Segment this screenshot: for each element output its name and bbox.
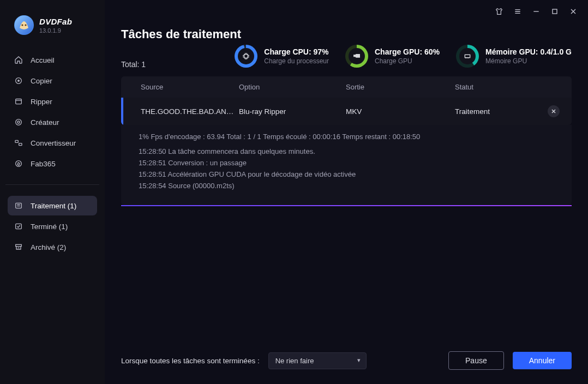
nav-ripper[interactable]: Ripper: [8, 92, 97, 111]
app-logo-icon: [14, 15, 34, 35]
after-tasks-label: Lorsque toutes les tâches sont terminées…: [121, 357, 260, 365]
nav-archive[interactable]: Archivé (2): [8, 237, 97, 257]
remove-task-button[interactable]: [548, 105, 560, 117]
log-line: 15:28:51 Conversion : un passage: [139, 159, 554, 167]
cpu-ring-icon: [235, 45, 257, 68]
metrics-row: Total: 1 Charge CPU: 97% Charge du proce…: [105, 45, 588, 76]
nav-fab365[interactable]: Fab365: [8, 154, 97, 173]
check-icon: [14, 222, 23, 231]
disc-icon: [14, 118, 23, 127]
nav-accueil[interactable]: Accueil: [8, 50, 97, 70]
svg-rect-16: [465, 55, 470, 57]
svg-point-1: [21, 24, 23, 26]
rip-icon: [14, 97, 23, 106]
log-line: 15:28:51 Accélération GPU CUDA pour le d…: [139, 170, 554, 178]
home-icon: [14, 56, 23, 64]
page-title: Tâches de traitement: [121, 27, 572, 41]
svg-point-6: [16, 119, 22, 125]
log-line: 15:28:50 La tâche commencera dans quelqu…: [139, 147, 554, 155]
page-header: Tâches de traitement: [105, 16, 588, 45]
archive-icon: [14, 243, 23, 251]
copy-icon: [14, 76, 23, 85]
nav-termine[interactable]: Terminé (1): [8, 217, 97, 236]
nav-label: Créateur: [31, 118, 59, 127]
metric-cpu: Charge CPU: 97% Charge du processeur: [235, 45, 329, 68]
maximize-button[interactable]: [550, 7, 560, 16]
nav-label: Terminé (1): [31, 223, 68, 231]
compass-icon: [14, 159, 23, 168]
nav-traitement[interactable]: Traitement (1): [8, 196, 97, 215]
nav-createur[interactable]: Créateur: [8, 112, 97, 132]
svg-rect-12: [16, 224, 22, 229]
progress-bar: [121, 205, 572, 206]
svg-rect-8: [15, 140, 18, 142]
mem-ring-icon: [456, 45, 479, 68]
svg-rect-14: [553, 9, 557, 14]
svg-rect-13: [16, 244, 22, 246]
gpu-sub: Charge GPU: [375, 57, 440, 65]
titlebar: [105, 0, 588, 16]
log-panel: 1% Fps d'encodage : 63.94 Total : 1 / 1 …: [121, 125, 572, 205]
logo-area: DVDFab 13.0.1.9: [0, 0, 105, 47]
mem-sub: Mémoire GPU: [485, 57, 572, 65]
nav-copier[interactable]: Copier: [8, 71, 97, 91]
version-label: 13.0.1.9: [39, 27, 72, 34]
sidebar: DVDFab 13.0.1.9 Accueil Copier Ripper Cr…: [0, 0, 105, 384]
metric-mem: Mémoire GPU: 0.4/1.0 G Mémoire GPU: [456, 45, 572, 68]
table-row[interactable]: THE.GOOD.THE.BAD.AN… Blu-ray Ripper MKV …: [121, 98, 572, 125]
nav-divider: [5, 184, 99, 185]
th-source: Source: [141, 83, 239, 91]
nav-label: Ripper: [31, 98, 52, 106]
svg-rect-15: [244, 55, 248, 58]
metric-gpu: Charge GPU: 60% Charge GPU: [345, 45, 440, 68]
list-icon: [14, 201, 23, 210]
nav-label: Archivé (2): [31, 243, 66, 251]
nav-label: Traitement (1): [31, 202, 76, 210]
brand-name: DVDFab: [39, 17, 72, 26]
minimize-button[interactable]: [531, 7, 541, 16]
mem-title: Mémoire GPU: 0.4/1.0 G: [485, 47, 572, 56]
td-option: Blu-ray Ripper: [239, 107, 346, 116]
th-sortie: Sortie: [346, 83, 455, 91]
pause-button[interactable]: Pause: [448, 351, 504, 370]
nav-label: Copier: [31, 77, 52, 85]
nav-convertisseur[interactable]: Convertisseur: [8, 133, 97, 153]
nav-label: Convertisseur: [31, 139, 76, 147]
svg-point-7: [17, 121, 20, 123]
gpu-title: Charge GPU: 60%: [375, 47, 440, 56]
after-tasks-select[interactable]: Ne rien faire: [268, 352, 367, 369]
svg-rect-9: [19, 143, 22, 146]
select-value: Ne rien faire: [275, 357, 314, 365]
cpu-sub: Charge du processeur: [264, 57, 329, 65]
logo-text: DVDFab 13.0.1.9: [39, 17, 72, 34]
nav-label: Accueil: [31, 56, 55, 64]
svg-point-2: [25, 24, 26, 26]
cpu-title: Charge CPU: 97%: [264, 47, 329, 56]
td-statut: Traitement: [455, 107, 548, 116]
progress-stats: 1% Fps d'encodage : 63.94 Total : 1 / 1 …: [139, 133, 554, 141]
close-button[interactable]: [568, 7, 578, 16]
main-panel: Tâches de traitement Total: 1 Charge CPU…: [105, 0, 588, 384]
shirt-icon[interactable]: [494, 7, 504, 16]
th-statut: Statut: [455, 83, 548, 91]
convert-icon: [14, 139, 23, 147]
cancel-button[interactable]: Annuler: [513, 352, 572, 369]
footer: Lorsque toutes les tâches sont terminées…: [105, 341, 588, 384]
log-line: 15:28:54 Source (00000.m2ts): [139, 182, 554, 190]
total-count: Total: 1: [121, 45, 146, 69]
gpu-ring-icon: [345, 45, 368, 68]
task-table: Source Option Sortie Statut THE.GOOD.THE…: [121, 76, 572, 125]
td-sortie: MKV: [346, 107, 455, 116]
nav-label: Fab365: [31, 160, 56, 168]
svg-rect-5: [16, 99, 22, 104]
nav-main: Accueil Copier Ripper Créateur Convertis…: [0, 47, 105, 177]
nav-status: Traitement (1) Terminé (1) Archivé (2): [0, 193, 105, 260]
menu-icon[interactable]: [513, 7, 523, 16]
th-option: Option: [239, 83, 346, 91]
svg-point-4: [18, 80, 20, 82]
table-header: Source Option Sortie Statut: [121, 76, 572, 98]
td-source: THE.GOOD.THE.BAD.AN…: [141, 107, 239, 116]
